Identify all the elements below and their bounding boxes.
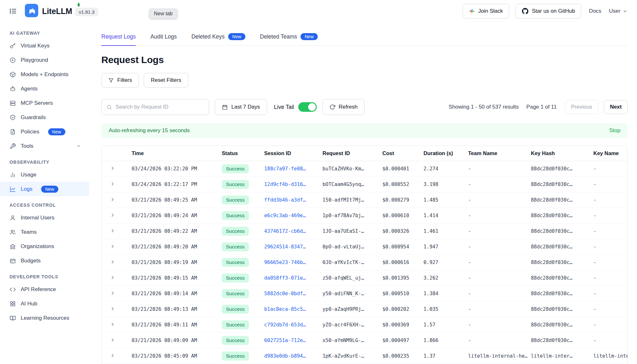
cell-session-id[interactable]: d983e0db-b894… [264,348,322,364]
sidebar-item-learning-resources[interactable]: Learning Resources [0,311,89,325]
cell-team-name: - [468,255,531,270]
cell-time: 03/21/2026 08:49:15 AM [132,270,222,286]
sidebar-item-label: Usage [21,172,36,178]
cell-key-name: - [593,333,628,348]
next-page-button[interactable]: Next [604,100,628,114]
sidebar-item-api-reference[interactable]: API Reference [0,282,89,296]
sidebar-item-playground[interactable]: Playground [0,53,89,67]
expand-cell [102,333,132,348]
cell-key-hash: 88dc28d0f030c… [531,317,593,333]
tab-deleted-teams[interactable]: Deleted Teams New [260,33,318,46]
live-tail-toggle[interactable] [298,102,317,112]
cell-key-name: - [593,255,628,270]
expand-column-header [102,146,132,161]
sidebar-item-ai-hub[interactable]: AI Hub [0,296,89,311]
expand-row-icon[interactable] [110,353,115,358]
sidebar-item-label: MCP Servers [21,100,53,106]
sidebar-item-guardrails[interactable]: Guardrails [0,110,89,125]
stop-auto-refresh-button[interactable]: Stop [609,127,620,134]
sidebar-item-internal-users[interactable]: Internal Users [0,211,89,225]
sidebar-item-budgets[interactable]: Budgets [0,253,89,268]
cell-cost: $0.001395 [382,270,423,286]
log-row: 03/21/2026 08:49:13 AMSuccessb1ac8eca-85… [102,302,628,317]
cell-team-name: - [468,302,531,317]
user-menu[interactable]: User [609,8,627,14]
sidebar-item-virtual-keys[interactable]: Virtual Keys [0,39,89,53]
expand-row-icon[interactable] [110,197,115,202]
filters-button[interactable]: Filters [101,73,139,88]
sidebar-item-teams[interactable]: Teams [0,225,89,239]
expand-row-icon[interactable] [110,212,115,218]
user-icon [10,215,16,221]
cell-status: Success [222,177,264,192]
date-range-button[interactable]: Last 7 Days [215,99,267,115]
sidebar-item-usage[interactable]: Usage [0,168,89,182]
expand-cell [102,255,132,270]
sidebar-item-label: Internal Users [21,215,54,221]
cell-session-id[interactable]: ffdd3b46-a3df… [264,192,322,208]
expand-row-icon[interactable] [110,166,115,171]
expand-row-icon[interactable] [110,228,115,233]
sidebar-item-models-endpoints[interactable]: Models + Endpoints [0,67,89,82]
cell-request-id: y50-adiFNN_K-… [322,286,382,302]
cell-session-id[interactable]: c792db7d-653d… [264,317,322,333]
search-input[interactable] [115,104,209,110]
chevron-down-icon [76,144,81,148]
sidebar-item-policies[interactable]: Policies New [0,125,89,139]
expand-row-icon[interactable] [110,244,115,249]
tab-deleted-keys[interactable]: Deleted Keys New [192,33,245,46]
tab-label: Deleted Teams [260,33,297,40]
search-icon [106,104,112,110]
sidebar-item-logs[interactable]: Logs New [0,182,89,196]
cell-session-id[interactable]: 188c7a97-fe08… [264,161,322,177]
expand-row-icon[interactable] [110,259,115,265]
cell-session-id[interactable]: 12d9cf4b-d316… [264,177,322,192]
previous-page-button[interactable]: Previous [565,100,598,114]
new-badge: New [300,33,318,40]
cell-key-hash: 88dc28d0f030c… [531,161,593,177]
expand-row-icon[interactable] [110,306,115,311]
cell-session-id[interactable]: e6c9c3ab-469e… [264,208,322,224]
new-tab-badge[interactable]: New tab [149,9,177,19]
funnel-icon [108,78,114,83]
sidebar-item-label: Organizations [21,243,54,250]
column-header-status: Status [222,146,264,161]
expand-row-icon[interactable] [110,337,115,343]
docs-link[interactable]: Docs [589,8,601,14]
sidebar-section-observability: OBSERVABILITY Usage Logs New [0,160,89,196]
code-icon [10,286,16,293]
sidebar-item-agents[interactable]: Agents [0,82,89,96]
logs-table-header-row: TimeStatusSession IDRequest IDCostDurati… [102,146,628,161]
log-row: 03/21/2026 08:49:24 AMSuccesse6c9c3ab-46… [102,208,628,224]
cell-session-id[interactable]: 43746172-cb6d… [264,224,322,239]
sidebar-item-tools[interactable]: Tools [0,139,89,153]
cell-request-id: z50-afqWEL_uj… [322,270,382,286]
cell-key-hash: 88dc28d0f030c… [531,302,593,317]
cell-session-id[interactable]: 96665e23-746b… [264,255,322,270]
cell-team-name: - [468,161,531,177]
reset-filters-button[interactable]: Reset Filters [144,73,188,88]
cell-session-id[interactable]: 29624514-8347… [264,239,322,255]
expand-row-icon[interactable] [110,275,115,280]
logs-table: TimeStatusSession IDRequest IDCostDurati… [102,146,628,364]
join-slack-button[interactable]: Join Slack [463,4,509,18]
refresh-button[interactable]: Refresh [322,99,365,115]
sidebar-item-organizations[interactable]: Organizations [0,239,89,253]
cell-session-id[interactable]: 5882dc0e-0bdf… [264,286,322,302]
cell-session-id[interactable]: da058ff3-071e… [264,270,322,286]
tab-audit-logs[interactable]: Audit Logs [150,33,177,46]
expand-row-icon[interactable] [110,181,115,187]
sidebar-toggle-button[interactable] [6,4,20,18]
expand-row-icon[interactable] [110,322,115,327]
star-github-button[interactable]: Star us on GitHub [516,4,581,18]
live-tail-label: Live Tail [274,104,294,111]
server-icon [10,100,16,106]
cell-session-id[interactable]: 6027251a-712e… [264,333,322,348]
sidebar-item-mcp-servers[interactable]: MCP Servers [0,96,89,110]
cell-session-id[interactable]: b1ac8eca-85c5… [264,302,322,317]
expand-row-icon[interactable] [110,290,115,296]
status-badge: Success [222,320,249,329]
shield-icon [10,114,16,121]
tab-request-logs[interactable]: Request Logs [101,33,136,46]
log-row: 03/21/2026 08:49:14 AMSuccess5882dc0e-0b… [102,286,628,302]
